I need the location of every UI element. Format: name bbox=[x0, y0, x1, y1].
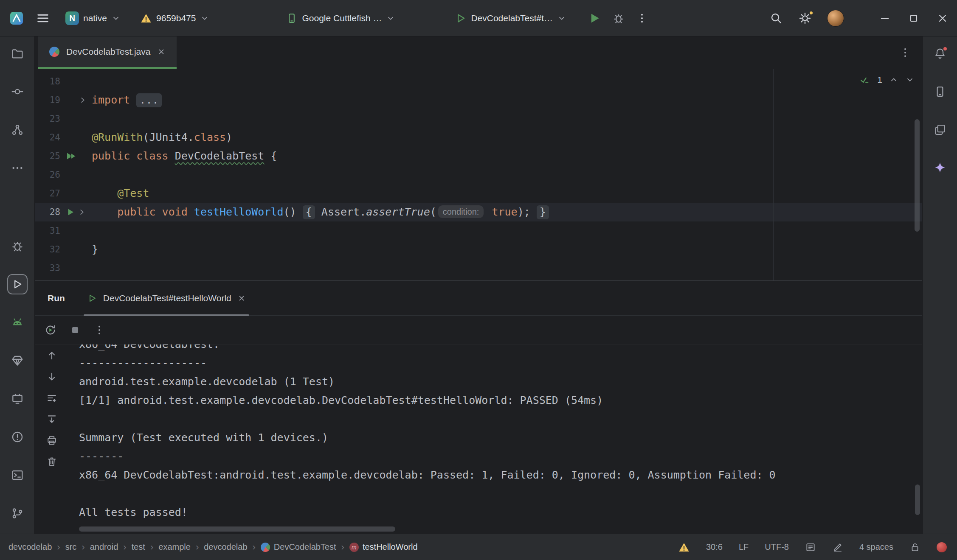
encoding-widget[interactable]: UTF-8 bbox=[765, 542, 789, 552]
minimize-button[interactable] bbox=[879, 12, 891, 24]
chevron-down-icon bbox=[386, 14, 395, 23]
line-number: 19 bbox=[35, 95, 61, 105]
code-line[interactable]: 31 bbox=[35, 221, 922, 240]
problems-tool-button[interactable] bbox=[7, 427, 28, 447]
breadcrumb-item[interactable]: src bbox=[65, 542, 77, 552]
code-line[interactable]: 28 public void testHelloWorld() { Assert… bbox=[35, 203, 922, 221]
breadcrumb-item[interactable]: test bbox=[132, 542, 145, 552]
settings-button[interactable] bbox=[798, 11, 812, 25]
chevron-down-icon bbox=[557, 14, 566, 23]
next-problem-button[interactable] bbox=[905, 75, 915, 84]
editor-surface[interactable]: 1819import ...2324@RunWith(JUnit4.class)… bbox=[35, 69, 922, 280]
project-selector[interactable]: N native bbox=[61, 8, 125, 28]
problems-indicator[interactable] bbox=[678, 541, 690, 553]
code-line[interactable]: 33 bbox=[35, 259, 922, 277]
logcat-tool-button[interactable] bbox=[7, 312, 28, 333]
console-line: [1/1] android.test.example.devcodelab.De… bbox=[79, 391, 922, 410]
code-line[interactable]: 19import ... bbox=[35, 91, 922, 109]
code-line[interactable]: 26 bbox=[35, 165, 922, 184]
run-tab[interactable]: DevCodelabTest#testHelloWorld bbox=[84, 281, 249, 316]
scroll-to-end-button[interactable] bbox=[46, 413, 58, 425]
breadcrumb-item[interactable]: devcodelab bbox=[204, 542, 247, 552]
project-tool-button[interactable] bbox=[7, 43, 28, 64]
editor-scrollbar[interactable] bbox=[915, 119, 920, 232]
print-button[interactable] bbox=[46, 434, 58, 446]
breadcrumb-label: testHelloWorld bbox=[363, 542, 418, 552]
build-variants-button[interactable] bbox=[930, 120, 950, 140]
console-v-scrollbar[interactable] bbox=[915, 484, 920, 515]
gemini-button[interactable] bbox=[930, 158, 950, 178]
code-line[interactable]: 24@RunWith(JUnit4.class) bbox=[35, 128, 922, 147]
run-tool-button[interactable] bbox=[7, 274, 28, 294]
app-insights-tool-button[interactable] bbox=[7, 350, 28, 371]
highlighting-level-button[interactable] bbox=[832, 542, 843, 553]
file-lock-button[interactable] bbox=[909, 542, 920, 553]
tab-close-button[interactable] bbox=[157, 48, 166, 56]
play-icon bbox=[588, 11, 601, 25]
console-gutter bbox=[35, 344, 69, 534]
more-actions-button[interactable] bbox=[636, 12, 648, 24]
notifications-button[interactable] bbox=[930, 43, 950, 64]
breadcrumb-item[interactable]: mtestHelloWorld bbox=[349, 542, 418, 552]
main-menu-button[interactable] bbox=[36, 11, 50, 25]
run-config-selector[interactable]: DevCodelabTest#t… bbox=[450, 9, 571, 28]
breadcrumb-item[interactable]: android bbox=[90, 542, 118, 552]
search-button[interactable] bbox=[769, 11, 783, 25]
run-tab-close-button[interactable] bbox=[237, 294, 246, 302]
print-icon bbox=[46, 434, 58, 446]
line-separator-widget[interactable]: LF bbox=[739, 542, 749, 552]
soft-wrap-button[interactable] bbox=[46, 392, 58, 404]
title-bar: N native 9659b475 Google Cuttlefish … De… bbox=[0, 0, 957, 36]
breadcrumb-label: devcodelab bbox=[204, 542, 247, 552]
console-line bbox=[79, 410, 922, 428]
reader-mode-button[interactable] bbox=[805, 542, 816, 553]
editor-tab[interactable]: DevCodelabTest.java bbox=[38, 36, 177, 69]
code-line[interactable]: 32} bbox=[35, 240, 922, 259]
console-more-button[interactable] bbox=[93, 324, 105, 336]
code-line[interactable]: 25public class DevCodelabTest { bbox=[35, 147, 922, 165]
run-test-icon[interactable] bbox=[65, 207, 76, 217]
scroll-down-button[interactable] bbox=[46, 371, 58, 383]
title-bar-left: N native 9659b475 bbox=[8, 8, 214, 28]
error-indicator-icon[interactable] bbox=[937, 542, 947, 552]
structure-tool-button[interactable] bbox=[7, 120, 28, 140]
rerun-button[interactable] bbox=[44, 324, 57, 336]
maximize-icon bbox=[908, 12, 920, 24]
commit-tool-button[interactable] bbox=[7, 81, 28, 102]
device-selector[interactable]: Google Cuttlefish … bbox=[281, 9, 400, 28]
code-line[interactable]: 23 bbox=[35, 109, 922, 128]
version-control-tool-button[interactable] bbox=[7, 503, 28, 524]
caret-position[interactable]: 30:6 bbox=[706, 542, 723, 552]
clear-console-button[interactable] bbox=[46, 456, 58, 468]
left-tool-stripe bbox=[0, 36, 35, 534]
debug-button[interactable] bbox=[612, 12, 625, 25]
running-devices-tool-button[interactable] bbox=[7, 389, 28, 409]
run-tab-label: DevCodelabTest#testHelloWorld bbox=[103, 293, 231, 303]
inspections-widget[interactable]: 1 bbox=[859, 74, 915, 85]
stop-button[interactable] bbox=[70, 325, 81, 336]
avatar[interactable] bbox=[827, 10, 844, 27]
console-output[interactable]: x86_64 DevCodelabTest:------------------… bbox=[69, 344, 922, 534]
code-line[interactable]: 27 @Test bbox=[35, 184, 922, 203]
breadcrumb-item[interactable]: example bbox=[158, 542, 191, 552]
maximize-button[interactable] bbox=[908, 12, 920, 24]
terminal-tool-button[interactable] bbox=[7, 465, 28, 485]
breadcrumb-item[interactable]: DevCodelabTest bbox=[261, 542, 336, 552]
close-button[interactable] bbox=[937, 12, 949, 24]
debug-tool-button[interactable] bbox=[7, 236, 28, 256]
run-button[interactable] bbox=[588, 11, 601, 25]
tabbar-more-button[interactable] bbox=[899, 36, 922, 69]
warning-icon bbox=[678, 541, 690, 553]
scroll-up-button[interactable] bbox=[46, 350, 58, 361]
console-h-scrollbar[interactable] bbox=[79, 526, 395, 532]
run-all-tests-icon[interactable] bbox=[65, 151, 77, 161]
code-line[interactable]: 18 bbox=[35, 72, 922, 91]
fold-chevron-icon[interactable] bbox=[78, 95, 87, 105]
device-explorer-button[interactable] bbox=[930, 81, 950, 102]
fold-chevron-icon[interactable] bbox=[77, 207, 87, 217]
more-tools-button[interactable] bbox=[7, 158, 28, 178]
breadcrumb-item[interactable]: devcodelab bbox=[8, 542, 52, 552]
prev-problem-button[interactable] bbox=[889, 75, 898, 84]
vcs-widget[interactable]: 9659b475 bbox=[136, 9, 214, 28]
indent-widget[interactable]: 4 spaces bbox=[859, 542, 893, 552]
